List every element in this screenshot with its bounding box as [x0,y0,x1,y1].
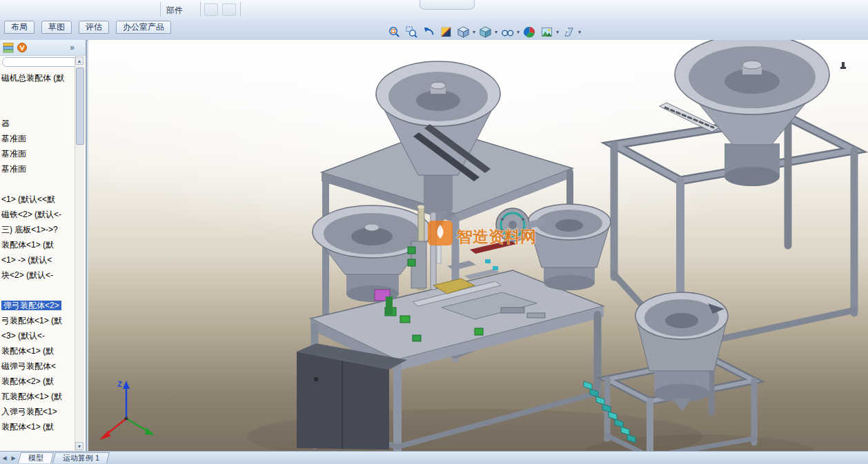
tree-root-item[interactable]: 磁机总装配体 (默 [1,70,76,85]
model-tabs-bar: ◀ ▶ 模型 运动算例 1 [0,451,868,464]
featuremanager-panel: » 磁机总装配体 (默 器 基准面 基准面 基准面 <1> (默认<<默 磁铁<… [0,40,87,452]
scrollbar-thumb[interactable] [76,68,84,145]
graphics-viewport[interactable]: 智造资料网 Z [88,40,868,452]
tab-scroll-right-icon[interactable]: ▶ [9,455,18,461]
tree-filter-input[interactable] [2,57,82,67]
dropdown-arrow-icon[interactable]: ▾ [495,29,497,35]
tree-item[interactable]: 弓装配体<1> (默 [1,313,76,328]
tab-scroll-left-icon[interactable]: ◀ [0,455,9,461]
tree-item[interactable] [1,176,76,192]
ribbon-top: 部件 [0,0,868,20]
tree-item[interactable]: 磁弹弓装配体< [1,359,76,374]
tree-item[interactable]: 瓦装配体<1> (默 [1,389,76,404]
tree-scrollbar[interactable]: ▲ ▼ [75,57,84,450]
tree-item[interactable]: 块<2> (默认<- [1,268,76,283]
expand-panel-chevron-icon[interactable]: » [70,42,75,53]
feature-tree: 磁机总装配体 (默 器 基准面 基准面 基准面 <1> (默认<<默 磁铁<2>… [1,70,76,450]
edit-appearance-icon[interactable] [522,24,537,39]
tab-motion-study[interactable]: 运动算例 1 [52,452,110,463]
tab-office-products[interactable]: 办公室产品 [116,21,171,34]
distant-part[interactable] [840,62,846,69]
tab-evaluate[interactable]: 评估 [79,21,109,34]
dropdown-arrow-icon[interactable]: ▾ [473,29,475,35]
tree-item[interactable]: <3> (默认<- [1,328,76,343]
previous-view-icon[interactable] [421,24,436,39]
dropdown-arrow-icon[interactable]: ▾ [578,29,581,35]
tree-item[interactable]: <1> -> (默认< [1,252,76,268]
bowl-feeder-4[interactable] [528,204,611,290]
zoom-to-area-icon[interactable] [404,24,419,39]
zoom-to-fit-icon[interactable] [386,24,402,39]
display-style-icon[interactable] [477,24,493,39]
disabled-tool-icon[interactable] [204,3,218,16]
view-orientation-icon[interactable] [455,24,471,39]
scroll-down-icon[interactable]: ▼ [75,442,83,450]
ribbon-separator [240,2,241,17]
tab-sketch[interactable]: 草图 [41,21,72,34]
featuremanager-tab-icon[interactable] [3,42,14,53]
tree-item[interactable] [1,101,76,116]
tree-item[interactable] [1,283,76,298]
tab-layout[interactable]: 布局 [4,21,34,34]
orientation-triad: Z [99,380,155,440]
tree-item[interactable]: 基准面 [1,161,76,176]
tree-item-selected[interactable]: 弹弓装配体<2> [1,298,76,313]
svg-text:智造资料网: 智造资料网 [456,228,536,245]
tree-item[interactable]: 基准面 [1,146,76,161]
tree-item[interactable]: 器 [1,116,76,131]
tree-item[interactable]: 装配体<1> (默 [1,419,76,434]
tree-item[interactable]: 装配体<1> (默 [1,343,76,359]
apply-scene-icon[interactable] [539,24,554,39]
featuremanager-header: » [0,40,86,56]
section-view-icon[interactable] [438,24,453,39]
scroll-up-icon[interactable]: ▲ [75,57,83,65]
tree-item[interactable]: 磁铁<2> (默认<- [1,207,76,222]
collapsed-dialog-tab[interactable] [420,0,475,10]
tree-item[interactable]: <1> (默认<<默 [1,192,76,207]
tree-item[interactable]: 三) 底板<1>->? [1,222,76,237]
propertymanager-tab-icon[interactable] [17,42,28,53]
tree-item[interactable] [1,85,76,101]
dropdown-arrow-icon[interactable]: ▾ [517,29,520,35]
svg-text:Z: Z [117,380,122,388]
tree-item[interactable]: 装配体<1> (默 [1,237,76,252]
hide-show-items-icon[interactable] [500,24,515,39]
disabled-tool-icon[interactable] [222,3,236,16]
headsup-view-toolbar: ▾ ▾ ▾ ▾ ▾ [386,23,581,40]
ribbon-group-label: 部件 [166,5,183,17]
tab-model[interactable]: 模型 [18,452,54,463]
tree-item[interactable]: 入弹弓装配<1> [1,404,76,419]
tree-item[interactable]: 基准面 [1,131,76,146]
ribbon-separator [200,2,201,17]
ribbon-separator [160,2,161,17]
view-settings-icon[interactable] [561,24,576,39]
bowl-feeder-2[interactable] [675,40,829,186]
dropdown-arrow-icon[interactable]: ▾ [556,29,559,35]
solidworks-window: 部件 布局 草图 评估 办公室产品 ▾ [0,0,868,464]
tree-item[interactable]: 装配体<2> (默 [1,374,76,389]
